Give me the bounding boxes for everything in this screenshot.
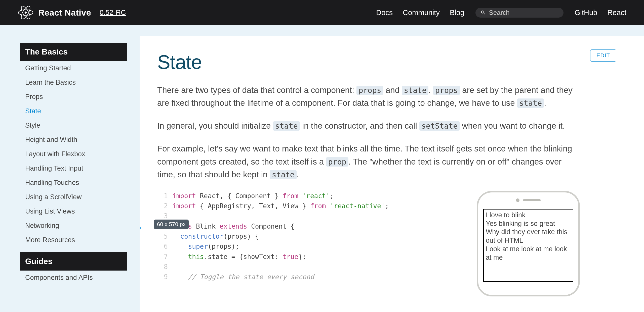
paragraph-3: For example, let's say we want to make t…	[157, 142, 580, 181]
version-link[interactable]: 0.52-RC	[100, 9, 126, 17]
search-box[interactable]	[475, 8, 564, 18]
sidebar-item-height-width[interactable]: Height and Width	[20, 133, 127, 147]
phone-speaker-icon	[523, 199, 541, 201]
phone-line: Look at me look at me look at me	[486, 245, 571, 262]
code-state: state	[517, 98, 544, 108]
search-input[interactable]	[489, 9, 558, 17]
phone-preview: I love to blink Yes blinking is so great…	[477, 191, 580, 296]
nav-community[interactable]: Community	[403, 9, 440, 17]
header: React Native 0.52-RC Docs Community Blog…	[0, 0, 644, 25]
code-props: props	[356, 86, 383, 95]
phone-camera-icon	[516, 198, 519, 202]
sidebar: The Basics Getting Started Learn the Bas…	[0, 25, 140, 312]
devtools-guide-vertical	[152, 25, 152, 229]
code-setstate: setState	[419, 121, 460, 131]
paragraph-2: In general, you should initialize state …	[157, 119, 580, 132]
sidebar-item-components-apis[interactable]: Components and APIs	[20, 271, 127, 285]
sidebar-item-scrollview[interactable]: Using a ScrollView	[20, 190, 127, 204]
content: EDIT State There are two types of data t…	[140, 36, 644, 312]
sidebar-section-guides: Guides	[20, 252, 127, 271]
phone-screen: I love to blink Yes blinking is so great…	[483, 209, 573, 282]
code-state: state	[273, 121, 300, 131]
nav-docs[interactable]: Docs	[376, 9, 393, 17]
edit-button[interactable]: EDIT	[590, 49, 616, 62]
nav-blog[interactable]: Blog	[450, 9, 464, 17]
code-state: state	[402, 86, 428, 95]
sidebar-item-flexbox[interactable]: Layout with Flexbox	[20, 147, 127, 161]
sidebar-item-state[interactable]: State	[20, 104, 127, 118]
search-icon	[480, 10, 486, 16]
top-nav: Docs Community Blog GitHub React	[376, 8, 626, 18]
logo-wrap[interactable]: React Native 0.52-RC	[18, 5, 126, 21]
code-props: props	[433, 86, 460, 95]
sidebar-item-text-input[interactable]: Handling Text Input	[20, 161, 127, 176]
sidebar-item-getting-started[interactable]: Getting Started	[20, 61, 127, 75]
devtools-size-tooltip: 60 x 570 px	[154, 220, 189, 229]
sidebar-section-basics: The Basics	[20, 43, 127, 61]
sidebar-item-networking[interactable]: Networking	[20, 219, 127, 233]
phone-line: Why did they ever take this out of HTML	[486, 228, 571, 245]
sidebar-item-learn-basics[interactable]: Learn the Basics	[20, 75, 127, 90]
brand-text: React Native	[38, 8, 91, 18]
sidebar-item-more-resources[interactable]: More Resources	[20, 233, 127, 247]
code-state: state	[270, 170, 297, 179]
page-title: State	[157, 51, 616, 74]
paragraph-1: There are two types of data that control…	[157, 84, 580, 109]
code-prop: prop	[326, 157, 348, 167]
nav-github[interactable]: GitHub	[575, 9, 597, 17]
nav-react[interactable]: React	[607, 9, 626, 17]
react-logo-icon	[18, 5, 34, 21]
phone-line: Yes blinking is so great	[486, 220, 571, 228]
sidebar-item-touches[interactable]: Handling Touches	[20, 176, 127, 190]
phone-line: I love to blink	[486, 211, 571, 220]
svg-point-3	[25, 12, 27, 14]
sidebar-item-style[interactable]: Style	[20, 118, 127, 133]
sidebar-item-listviews[interactable]: Using List Views	[20, 204, 127, 219]
sidebar-item-props[interactable]: Props	[20, 90, 127, 104]
code-block[interactable]: 1import React, { Component } from 'react…	[157, 191, 467, 282]
